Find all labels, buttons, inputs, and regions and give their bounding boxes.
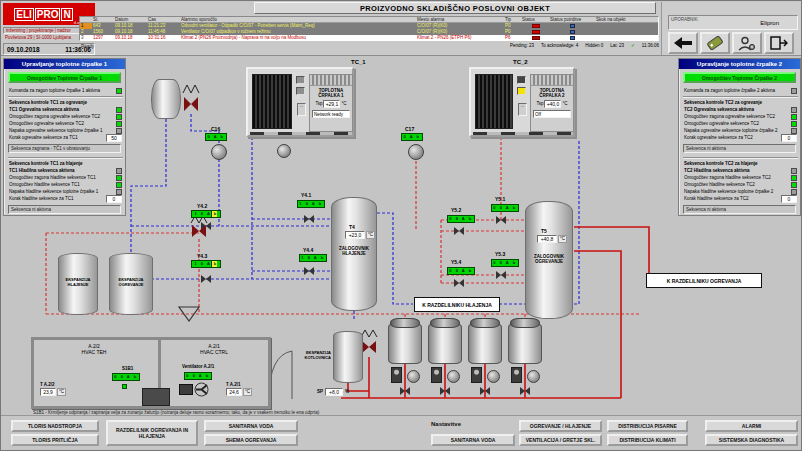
- alarm-location: Klimat 2 - PN26 (ETPH P6): [416, 35, 504, 41]
- alarm-row[interactable]: 3 1297 09.10.18 10:31:16 Klimat 2 (PN26 …: [80, 35, 658, 41]
- nav-tloris-pritlicja[interactable]: TLORIS PRITLIČJA: [11, 434, 99, 446]
- tsp-label: Tsp: [315, 101, 322, 107]
- hp1-cool-step-value: 0: [106, 195, 122, 203]
- alarm-ack-indicator: [549, 35, 595, 41]
- tag-button[interactable]: [700, 32, 730, 54]
- alarm-col-message: Alarmno sporočilo: [180, 17, 416, 22]
- unit-indicator: [296, 87, 305, 95]
- user-settings-button[interactable]: [732, 32, 762, 54]
- s1b1-tag: S1B1: [122, 366, 133, 372]
- sp-display: SP +8,0 %: [317, 388, 349, 396]
- unit-faceplate: TOPLOTNA ČRPALKA 1 Tsp +29,1 °C Network …: [309, 74, 353, 132]
- valve-mode-cell: b: [211, 211, 217, 217]
- nav-razdelilnik[interactable]: RAZDELILNIK OGREVANJA IN HLAJENJA: [106, 420, 198, 446]
- pump-c16[interactable]: [211, 144, 227, 160]
- hvac-room: A.2/2HVAC TEH A.2/1HVAC CTRL S1B1 0 0 A …: [31, 337, 271, 409]
- unit-selector[interactable]: ··: [297, 103, 306, 116]
- alarm-status-line: Pending: 23 To acknowledge: 4 Hidden 0 L…: [431, 43, 659, 49]
- logo-text-3: N: [61, 8, 72, 21]
- pump-auxiliary: [277, 144, 291, 158]
- unit-indicator: [517, 76, 526, 84]
- boiler-vessel: [508, 323, 542, 364]
- heat-pump-unit-2[interactable]: ·· TOPLOTNA ČRPALKA 2 Tsp +40,0 °C Off: [469, 67, 575, 137]
- nav-sanitarna-voda-right[interactable]: SANITARNA VODA: [431, 434, 515, 446]
- boiler-pump: [391, 367, 402, 383]
- unit-base: [250, 132, 352, 135]
- user-settings-icon: [738, 36, 756, 51]
- heat-pump-unit-1[interactable]: ·· TOPLOTNA ČRPALKA 1 Tsp +29,1 °C Netwo…: [246, 67, 354, 137]
- pump-c17-control[interactable]: 0 A b: [401, 133, 423, 141]
- alarm-col-time: Čas: [147, 17, 180, 22]
- unit-selector[interactable]: ··: [518, 103, 527, 116]
- back-button[interactable]: [668, 32, 698, 54]
- alarm-jump-cell[interactable]: [595, 35, 658, 41]
- nav-tloris-nadstropja[interactable]: TLORIS NADSTROPJA: [11, 420, 99, 432]
- tank-name: ZALOGOVNIKOGREVANJE: [526, 254, 572, 264]
- hp1-panel: Upravljanje toplotne črpalke 1 Omogočite…: [3, 58, 126, 216]
- hp2-heat-title: Sekvenca kontrole TČ2 za ogrevanje: [684, 99, 797, 106]
- valve-y44-control[interactable]: 1 0 A b: [299, 254, 327, 262]
- valve-y41-tag: Y4.1: [301, 192, 311, 198]
- fins: [531, 75, 573, 86]
- nav-distribucija-pisarne[interactable]: DISTRIBUCIJA PISARNE: [607, 420, 688, 432]
- temp-a-label: T A.2/2: [40, 382, 55, 388]
- hp1-enable-button[interactable]: Omogočitev Toplotne Črpalke 1: [8, 72, 121, 83]
- route-label-cooling: K RAZDELILNIKU HLAJENJA: [414, 297, 500, 312]
- valve-y42-control[interactable]: 1 0 Ab: [191, 210, 221, 218]
- valve-y52-control[interactable]: 0 0 A b: [447, 215, 475, 223]
- alarm-col-gutter: [80, 17, 92, 22]
- nav-ogrevanje-hlajenje[interactable]: OGREVANJE / HLAJENJE: [519, 420, 602, 432]
- hp2-cmd-row: Komanda za zagon toplotne črpalke 2 akti…: [684, 87, 797, 94]
- hp2-heat-step-row: Korak ogrevalne sekvence za TČ20: [684, 134, 797, 141]
- fan-label: Ventilator A.2/1: [182, 364, 214, 370]
- valve-y41-control[interactable]: 1 0 A b: [297, 200, 325, 208]
- s1b1-control[interactable]: 0 0 A b: [112, 373, 140, 381]
- connection-ok-icon: ✓: [631, 43, 635, 49]
- hp2-cool-row: Omogočitev hladilne sekvence TČ2: [684, 181, 797, 188]
- alarm-type: P6: [504, 35, 521, 41]
- hp2-enable-button[interactable]: Omogočitev Toplotne Črpalke 2: [683, 72, 796, 83]
- divider: [8, 96, 123, 98]
- user-name: Elipron: [760, 20, 779, 26]
- nav-distribucija-klimati[interactable]: DISTRIBUCIJA KLIMATI: [607, 434, 688, 446]
- buffer-tank-heating[interactable]: ZALOGOVNIKOGREVANJE: [525, 201, 573, 319]
- boiler-vessel: [428, 323, 462, 364]
- nav-ventilacija-gretje[interactable]: VENTILACIJA / GRETJE SKL.: [519, 434, 602, 446]
- nav-shema-ogrevanja[interactable]: SHEMA OGREVANJA: [204, 434, 298, 446]
- hp1-heat-step-value: 50: [106, 134, 122, 142]
- tsp-value: +40,0: [544, 100, 561, 108]
- alarm-col-location: Mesto alarma: [416, 17, 504, 22]
- nav-alarmi[interactable]: ALARMI: [705, 420, 798, 432]
- valve-y53-control[interactable]: 0 0 A b: [491, 259, 519, 267]
- pump-c16-control[interactable]: 0 A b: [205, 133, 227, 141]
- valve-y54-control[interactable]: 0 0 A b: [447, 267, 475, 275]
- hp2-cool-row: TČ2 Hladilna sekvenca aktivna: [684, 167, 797, 174]
- fan-control[interactable]: 0 0 A b: [184, 372, 212, 380]
- boiler-cap: [510, 318, 540, 328]
- sp-label: SP: [317, 389, 323, 395]
- alarm-col-type: Tip: [504, 17, 521, 22]
- pump-c17[interactable]: [408, 144, 424, 160]
- hp1-cool-row: TČ1 Hladilna sekvenca aktivna: [9, 167, 122, 174]
- buffer-tank-cooling[interactable]: ZALOGOVNIKHLAJENJE: [331, 197, 377, 311]
- user-label: UPORABNIK:: [671, 17, 699, 23]
- nav-sanitarna-voda-left[interactable]: SANITARNA VODA: [204, 420, 298, 432]
- expansion-tank-cooling: EKSPANZIJAHLAJENJE: [58, 253, 98, 315]
- t5-temp-display: +40,8 °C: [537, 235, 567, 243]
- status-led: [791, 88, 797, 94]
- nav-sistemska-diagnostika[interactable]: SISTEMSKA DIAGNOSTIKA: [705, 434, 798, 446]
- logout-button[interactable]: [764, 32, 794, 54]
- valve-y43-control[interactable]: 1 0 Ab: [191, 260, 221, 268]
- heater-unit: [142, 388, 170, 406]
- expansion-tank-heating: EKSPANZIJAOGREVANJE: [109, 253, 153, 315]
- user-panel: UPORABNIK: Elipron: [661, 2, 802, 55]
- valve-y52-tag: Y5.2: [451, 207, 461, 213]
- hp1-cmd-row: Komanda za zagon toplotne črpalke 1 akti…: [9, 87, 122, 94]
- expansion-tank-boiler: [333, 331, 363, 383]
- status-led: [791, 114, 797, 120]
- alarm-col-date: Datum: [114, 17, 147, 22]
- status-led: [116, 88, 122, 94]
- alarm-col-status: Status: [521, 17, 549, 22]
- fan-icon: [194, 382, 209, 397]
- valve-y51-control[interactable]: 0 0 A b: [491, 204, 519, 212]
